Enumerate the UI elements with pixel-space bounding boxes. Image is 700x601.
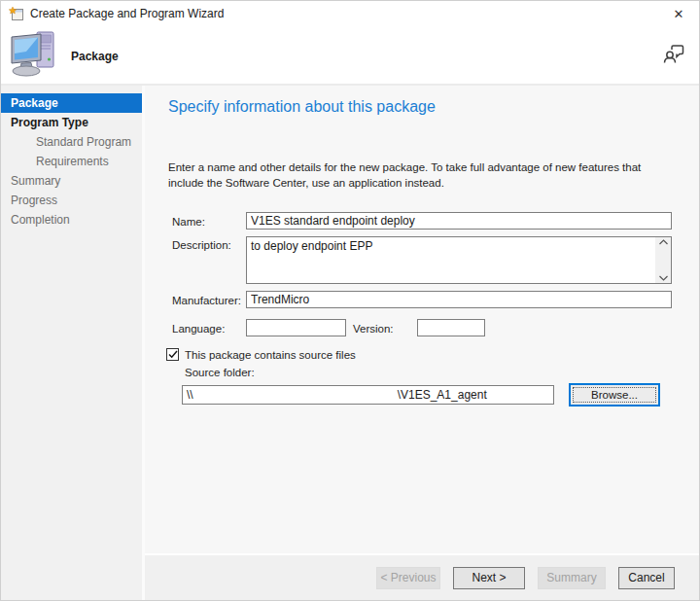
language-label: Language: [172, 323, 225, 335]
sidebar-item-requirements[interactable]: Requirements [1, 152, 142, 171]
sidebar-item-standard-program[interactable]: Standard Program [1, 132, 142, 152]
source-folder-suffix: \V1ES_A1_agent [398, 388, 487, 402]
cancel-button[interactable]: Cancel [618, 567, 675, 589]
scroll-up-icon[interactable] [659, 239, 668, 245]
sidebar-item-summary[interactable]: Summary [1, 171, 142, 191]
wizard-steps-sidebar: Package Program Type Standard Program Re… [1, 86, 145, 600]
name-label: Name: [172, 216, 205, 228]
version-input[interactable] [417, 319, 485, 336]
wizard-app-icon [9, 6, 24, 21]
description-label: Description: [172, 239, 231, 251]
source-files-row: This package contains source files [166, 348, 356, 361]
next-button[interactable]: Next > [453, 567, 525, 589]
wizard-page: Specify information about this package E… [145, 86, 699, 600]
scroll-down-icon[interactable] [659, 275, 668, 281]
window-title: Create Package and Program Wizard [30, 7, 224, 20]
feedback-person-icon[interactable] [662, 42, 685, 65]
source-files-checkbox[interactable] [166, 348, 179, 361]
browse-button[interactable]: Browse... [569, 383, 660, 407]
package-computer-icon [9, 30, 59, 79]
manufacturer-label: Manufacturer: [172, 295, 241, 306]
description-scrollbar[interactable] [655, 237, 671, 283]
sidebar-item-progress[interactable]: Progress [1, 191, 142, 210]
manufacturer-input[interactable] [246, 291, 672, 308]
source-files-checkbox-label: This package contains source files [185, 349, 356, 361]
description-field: to deploy endpoint EPP [246, 236, 672, 284]
wizard-window: { "window": { "title": "Create Package a… [0, 0, 700, 601]
checkmark-icon [168, 350, 178, 359]
close-icon[interactable]: ✕ [664, 1, 693, 26]
summary-button: Summary [538, 567, 606, 589]
description-input[interactable]: to deploy endpoint EPP [246, 236, 672, 284]
name-input[interactable] [246, 212, 672, 230]
package-form: Specify information about this package E… [145, 86, 699, 553]
page-intro-text: Enter a name and other details for the n… [168, 160, 678, 191]
wizard-header: Package [1, 26, 699, 86]
sidebar-item-program-type[interactable]: Program Type [1, 113, 142, 132]
page-title: Package [71, 50, 119, 63]
wizard-body: Package Program Type Standard Program Re… [1, 86, 699, 600]
language-input[interactable] [246, 319, 346, 336]
wizard-footer: < Previous Next > Summary Cancel [145, 553, 699, 600]
version-label: Version: [353, 323, 394, 335]
source-folder-input[interactable]: \\\V1ES_A1_agent [182, 385, 554, 405]
page-heading: Specify information about this package [168, 98, 436, 116]
title-bar: Create Package and Program Wizard ✕ [1, 1, 699, 26]
source-folder-prefix: \\ [187, 388, 193, 402]
previous-button: < Previous [376, 567, 440, 589]
source-folder-label: Source folder: [185, 367, 255, 378]
sidebar-item-package[interactable]: Package [1, 93, 142, 113]
sidebar-item-completion[interactable]: Completion [1, 210, 142, 230]
